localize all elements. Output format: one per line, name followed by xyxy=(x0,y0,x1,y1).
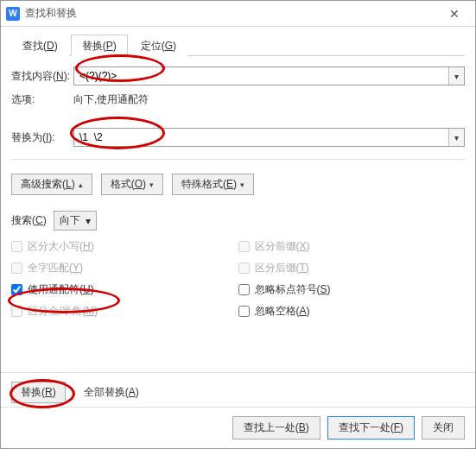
check-wildcards[interactable]: 使用通配符(U) xyxy=(11,282,238,297)
find-combo[interactable]: ▾ xyxy=(73,66,465,85)
find-next-button[interactable]: 查找下一处(F) xyxy=(327,416,415,440)
options-row: 选项: 向下,使用通配符 xyxy=(11,92,465,107)
find-label: 查找内容(N): xyxy=(11,69,73,84)
find-prev-button[interactable]: 查找上一处(B) xyxy=(232,416,321,440)
tab-goto[interactable]: 定位(G) xyxy=(130,35,187,56)
app-icon: W xyxy=(6,7,20,21)
check-prefix: 区分前缀(X) xyxy=(238,239,466,254)
find-input[interactable] xyxy=(74,67,448,85)
check-match-case: 区分大小写(H) xyxy=(11,239,238,254)
window-title: 查找和替换 xyxy=(25,6,437,21)
title-bar: W 查找和替换 ✕ xyxy=(1,1,475,27)
replace-input[interactable] xyxy=(74,129,448,146)
search-direction-label: 搜索(C) xyxy=(11,213,47,228)
replace-combo[interactable]: ▾ xyxy=(73,128,465,147)
replace-row: 替换为(I): ▾ xyxy=(11,128,465,147)
format-button-row: 高级搜索(L) ▴ 格式(O) ▾ 特殊格式(E) ▾ xyxy=(11,174,465,195)
close-button[interactable]: 关闭 xyxy=(422,416,465,440)
check-suffix: 区分后缀(T) xyxy=(238,261,466,275)
format-button[interactable]: 格式(O) ▾ xyxy=(101,174,163,195)
find-replace-dialog: W 查找和替换 ✕ 查找(D) 替换(P) 定位(G) 查找内容(N): ▾ xyxy=(0,0,476,449)
chevron-down-icon: ▾ xyxy=(86,215,91,227)
check-full-half: 区分全/半角(M) xyxy=(11,304,238,319)
chevron-up-icon: ▴ xyxy=(79,180,83,189)
check-whole-word: 全字匹配(Y) xyxy=(11,261,238,275)
replace-button-row: 替换(R) 全部替换(A) xyxy=(1,372,475,407)
tab-bar: 查找(D) 替换(P) 定位(G) xyxy=(11,34,465,56)
search-direction-select[interactable]: 向下 ▾ xyxy=(54,211,97,231)
tab-replace[interactable]: 替换(P) xyxy=(71,35,128,56)
check-ignore-space[interactable]: 忽略空格(A) xyxy=(238,304,466,319)
find-row: 查找内容(N): ▾ xyxy=(11,66,465,85)
replace-all-button[interactable]: 全部替换(A) xyxy=(74,382,149,403)
footer-button-row: 查找上一处(B) 查找下一处(F) 关闭 xyxy=(1,407,475,448)
chevron-down-icon[interactable]: ▾ xyxy=(448,67,464,85)
chevron-down-icon[interactable]: ▾ xyxy=(448,129,464,146)
replace-button[interactable]: 替换(R) xyxy=(11,382,66,403)
divider xyxy=(11,159,465,160)
advanced-search-button[interactable]: 高级搜索(L) ▴ xyxy=(11,174,92,195)
special-format-button[interactable]: 特殊格式(E) ▾ xyxy=(172,174,254,195)
tab-find[interactable]: 查找(D) xyxy=(11,35,69,56)
replace-label: 替换为(I): xyxy=(11,130,73,145)
options-grid: 区分大小写(H) 区分前缀(X) 全字匹配(Y) 区分后缀(T) 使用通配符(U… xyxy=(11,239,465,319)
close-icon[interactable]: ✕ xyxy=(437,2,472,26)
search-direction-row: 搜索(C) 向下 ▾ xyxy=(11,211,465,231)
check-ignore-punct[interactable]: 忽略标点符号(S) xyxy=(238,282,466,297)
chevron-down-icon: ▾ xyxy=(149,180,154,189)
chevron-down-icon: ▾ xyxy=(240,180,244,189)
options-value: 向下,使用通配符 xyxy=(73,92,149,107)
options-label: 选项: xyxy=(11,92,73,107)
